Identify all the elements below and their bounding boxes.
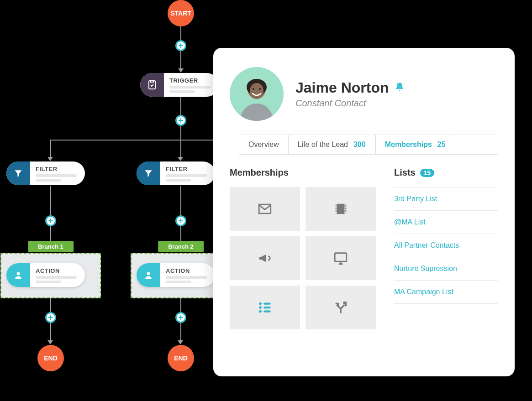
svg-rect-24 [263, 310, 271, 312]
membership-tile-list[interactable] [230, 286, 300, 329]
svg-point-20 [259, 306, 262, 309]
contact-company: Constant Contact [295, 98, 405, 109]
svg-point-1 [17, 272, 20, 275]
svg-rect-14 [336, 210, 337, 212]
contact-name: Jaime Norton [295, 79, 389, 96]
end-label: END [44, 354, 58, 362]
film-icon [333, 201, 348, 217]
lists-title: Lists [394, 167, 416, 178]
svg-point-21 [259, 310, 262, 313]
svg-rect-18 [335, 253, 347, 261]
tab-overview[interactable]: Overview [239, 135, 289, 154]
add-node-button[interactable] [175, 115, 186, 126]
svg-rect-23 [263, 307, 271, 308]
filter-block[interactable]: FILTER [6, 161, 85, 185]
end-label: END [174, 354, 188, 362]
svg-point-2 [147, 272, 150, 275]
membership-tile-media[interactable] [306, 187, 376, 231]
memberships-title: Memberships [230, 167, 376, 178]
start-node[interactable]: START [168, 0, 194, 26]
list-item[interactable]: Nurture Supression [394, 257, 498, 281]
split-icon [333, 300, 348, 315]
trigger-block[interactable]: TRIGGER [140, 73, 219, 97]
add-node-button[interactable] [45, 215, 56, 226]
membership-tile-display[interactable] [306, 236, 376, 280]
action-block[interactable]: ACTION [6, 263, 85, 287]
membership-tile-campaign[interactable] [230, 236, 300, 280]
funnel-icon [137, 161, 160, 185]
end-node[interactable]: END [168, 345, 194, 371]
filter-block[interactable]: FILTER [137, 161, 215, 185]
action-block[interactable]: ACTION [137, 263, 215, 287]
clipboard-check-icon [140, 73, 164, 97]
branch-label: Branch 1 [28, 241, 74, 252]
add-node-button[interactable] [175, 40, 186, 51]
svg-rect-13 [336, 208, 337, 209]
list-item[interactable]: @MA List [394, 211, 498, 234]
list-item[interactable]: MA Campaign List [394, 281, 498, 304]
person-icon [137, 263, 160, 287]
svg-point-7 [253, 88, 254, 90]
bell-icon[interactable] [394, 79, 405, 96]
monitor-icon [333, 250, 348, 266]
person-icon [6, 263, 30, 287]
end-node[interactable]: END [37, 345, 64, 371]
lists-count-badge: 15 [420, 169, 435, 177]
action-label: ACTION [36, 267, 77, 274]
branch-label: Branch 2 [158, 241, 204, 252]
funnel-icon [6, 161, 30, 185]
membership-tile-email[interactable] [230, 187, 300, 231]
svg-rect-15 [345, 205, 346, 207]
tab-life-of-lead[interactable]: Life of the Lead 300 [289, 135, 375, 154]
add-node-button[interactable] [45, 312, 56, 323]
svg-rect-16 [345, 208, 346, 209]
list-item[interactable]: All Partner Contacts [394, 234, 498, 257]
svg-rect-17 [345, 210, 346, 212]
start-label: START [170, 10, 191, 17]
svg-rect-22 [263, 302, 271, 304]
membership-tile-split[interactable] [306, 286, 376, 329]
tabs: Overview Life of the Lead 300 Membership… [239, 135, 498, 155]
svg-point-6 [250, 83, 263, 99]
add-node-button[interactable] [175, 312, 186, 323]
action-label: ACTION [166, 267, 207, 274]
list-item[interactable]: 3rd Party List [394, 187, 498, 211]
avatar [230, 67, 284, 121]
svg-point-8 [259, 88, 261, 90]
add-node-button[interactable] [175, 215, 186, 226]
lists-container: 3rd Party List @MA List All Partner Cont… [394, 187, 498, 304]
svg-rect-12 [336, 205, 337, 207]
trigger-label: TRIGGER [169, 77, 211, 84]
svg-point-19 [259, 302, 262, 305]
email-icon [257, 201, 273, 217]
workflow-canvas: START TRIGGER FILTER [0, 0, 532, 401]
list-icon [257, 300, 273, 315]
bullhorn-icon [257, 250, 273, 266]
tab-memberships[interactable]: Memberships 25 [375, 135, 455, 154]
filter-label: FILTER [36, 166, 77, 172]
contact-card: Jaime Norton Constant Contact Overview L… [213, 48, 515, 376]
filter-label: FILTER [166, 166, 207, 172]
